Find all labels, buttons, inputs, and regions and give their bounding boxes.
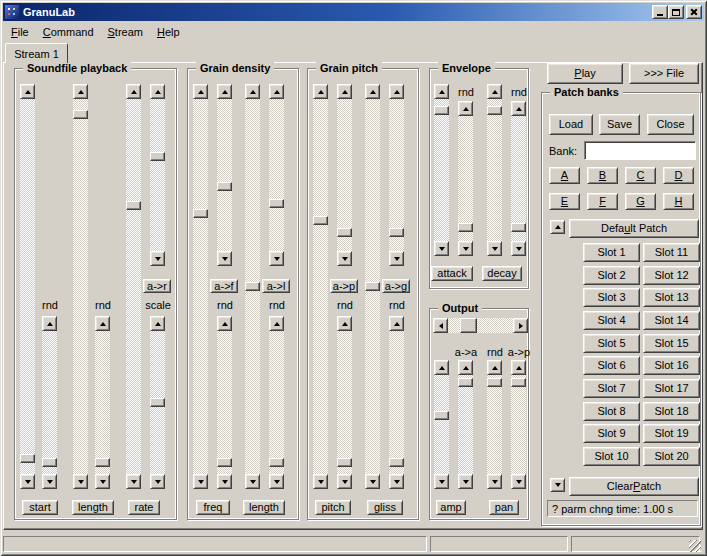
soundfile-length-slider-track[interactable]: [73, 99, 88, 474]
slot-1-button[interactable]: Slot 1: [583, 243, 640, 262]
density-freq-mod-button[interactable]: a->f: [210, 279, 238, 293]
envelope-attack-slider-thumb[interactable]: [434, 106, 449, 115]
envelope-attack-button[interactable]: attack: [431, 266, 473, 281]
slot-7-button[interactable]: Slot 7: [583, 379, 640, 398]
density-freq-mod-slider-up-button[interactable]: [217, 84, 232, 99]
pitch-gliss-slider-up-button[interactable]: [365, 84, 380, 99]
load-button[interactable]: Load: [549, 114, 593, 135]
density-freq-mod-slider-thumb[interactable]: [217, 182, 232, 191]
density-length-slider-down-button[interactable]: [245, 474, 260, 489]
pitch-gliss-mod-slider-down-button[interactable]: [389, 251, 404, 266]
output-amp-button[interactable]: amp: [436, 500, 466, 515]
pitch-pitch-rnd-slider-down-button[interactable]: [337, 474, 352, 489]
soundfile-length-slider-thumb[interactable]: [73, 110, 88, 119]
slot-4-button[interactable]: Slot 4: [583, 311, 640, 330]
soundfile-start-slider-up-button[interactable]: [20, 84, 35, 99]
density-length-rnd-slider-thumb[interactable]: [269, 458, 284, 467]
clear-patch-button[interactable]: Clear Patch: [569, 477, 699, 496]
envelope-decay-slider-track[interactable]: [487, 99, 502, 241]
bank-f-button[interactable]: F: [587, 193, 618, 210]
slot-13-button[interactable]: Slot 13: [643, 288, 700, 307]
soundfile-start-rnd-slider-up-button[interactable]: [42, 316, 57, 331]
soundfile-rate-mod-button[interactable]: a->r: [143, 279, 171, 293]
density-length-button[interactable]: length: [243, 500, 285, 515]
soundfile-start-rnd-slider-down-button[interactable]: [42, 474, 57, 489]
output-rnd-slider-track[interactable]: [487, 375, 502, 474]
envelope-attack-rnd-slider-up-button[interactable]: [458, 101, 473, 116]
pitch-pitch-mod-slider-down-button[interactable]: [337, 251, 352, 266]
slot-14-button[interactable]: Slot 14: [643, 311, 700, 330]
soundfile-rate-mod-slider-track[interactable]: [150, 99, 165, 251]
soundfile-length-rnd-slider-down-button[interactable]: [95, 474, 110, 489]
density-length-rnd-slider-down-button[interactable]: [269, 474, 284, 489]
output-pan-mod-slider-down-button[interactable]: [511, 474, 526, 489]
slot-6-button[interactable]: Slot 6: [583, 356, 640, 375]
density-length-mod-button[interactable]: a->l: [262, 279, 290, 293]
pitch-gliss-mod-button[interactable]: a->g: [382, 279, 410, 293]
file-button[interactable]: >>> File: [629, 63, 699, 84]
slot-3-button[interactable]: Slot 3: [583, 288, 640, 307]
slot-12-button[interactable]: Slot 12: [643, 266, 700, 285]
resize-grip[interactable]: [689, 540, 701, 552]
soundfile-length-button[interactable]: length: [72, 500, 114, 515]
output-rnd-slider-up-button[interactable]: [487, 360, 502, 375]
slot-15-button[interactable]: Slot 15: [643, 334, 700, 353]
bank-a-button[interactable]: A: [549, 167, 580, 184]
slot-5-button[interactable]: Slot 5: [583, 334, 640, 353]
slot-18-button[interactable]: Slot 18: [643, 402, 700, 421]
envelope-decay-button[interactable]: decay: [482, 266, 522, 281]
pitch-pitch-rnd-slider-up-button[interactable]: [337, 316, 352, 331]
envelope-attack-slider-track[interactable]: [434, 99, 449, 241]
patch-list-up-button[interactable]: [550, 220, 565, 234]
bank-b-button[interactable]: B: [587, 167, 618, 184]
soundfile-start-rnd-slider-track[interactable]: [42, 331, 57, 474]
output-hslider-track[interactable]: [448, 318, 513, 333]
pitch-pitch-button[interactable]: pitch: [315, 500, 351, 515]
tab-stream-1[interactable]: Stream 1: [5, 43, 68, 63]
slot-20-button[interactable]: Slot 20: [643, 447, 700, 466]
output-pan-mod-slider-up-button[interactable]: [511, 360, 526, 375]
pitch-pitch-slider-thumb[interactable]: [313, 216, 328, 225]
slot-11-button[interactable]: Slot 11: [643, 243, 700, 262]
output-amp-mod-slider-thumb[interactable]: [458, 378, 473, 387]
envelope-decay-slider-thumb[interactable]: [487, 106, 502, 115]
density-freq-slider-track[interactable]: [193, 99, 208, 474]
soundfile-length-slider-up-button[interactable]: [73, 84, 88, 99]
output-amp-mod-slider-down-button[interactable]: [458, 474, 473, 489]
envelope-attack-rnd-slider-down-button[interactable]: [458, 241, 473, 256]
slot-8-button[interactable]: Slot 8: [583, 402, 640, 421]
output-amp-mod-slider-track[interactable]: [458, 375, 473, 474]
soundfile-start-button[interactable]: start: [22, 500, 58, 515]
output-pan-mod-slider-thumb[interactable]: [511, 378, 526, 387]
pitch-pitch-slider-up-button[interactable]: [313, 84, 328, 99]
output-hslider-left-button[interactable]: [433, 318, 448, 333]
output-amp-slider-thumb[interactable]: [434, 411, 449, 420]
play-button[interactable]: Play: [547, 63, 623, 84]
soundfile-rate-scale-slider-down-button[interactable]: [150, 474, 165, 489]
pitch-gliss-button[interactable]: gliss: [367, 500, 403, 515]
density-length-rnd-slider-track[interactable]: [269, 331, 284, 474]
soundfile-length-slider-down-button[interactable]: [73, 474, 88, 489]
soundfile-rate-slider-up-button[interactable]: [126, 84, 141, 99]
pitch-gliss-slider-down-button[interactable]: [365, 474, 380, 489]
slot-2-button[interactable]: Slot 2: [583, 266, 640, 285]
density-length-mod-slider-track[interactable]: [269, 99, 284, 251]
output-rnd-slider-down-button[interactable]: [487, 474, 502, 489]
soundfile-rate-scale-slider-up-button[interactable]: [150, 316, 165, 331]
output-amp-slider-up-button[interactable]: [434, 360, 449, 375]
slot-10-button[interactable]: Slot 10: [583, 447, 640, 466]
pitch-pitch-rnd-slider-track[interactable]: [337, 331, 352, 474]
density-freq-rnd-slider-thumb[interactable]: [217, 458, 232, 467]
density-length-rnd-slider-up-button[interactable]: [269, 316, 284, 331]
bank-h-button[interactable]: H: [663, 193, 694, 210]
density-length-mod-slider-thumb[interactable]: [269, 199, 284, 208]
save-button[interactable]: Save: [599, 114, 640, 135]
envelope-decay-rnd-slider-thumb[interactable]: [511, 223, 526, 232]
output-amp-mod-slider-up-button[interactable]: [458, 360, 473, 375]
pitch-pitch-slider-track[interactable]: [313, 99, 328, 474]
slot-17-button[interactable]: Slot 17: [643, 379, 700, 398]
slot-16-button[interactable]: Slot 16: [643, 356, 700, 375]
envelope-decay-slider-down-button[interactable]: [487, 241, 502, 256]
bank-input[interactable]: [584, 141, 696, 160]
envelope-attack-rnd-slider-thumb[interactable]: [458, 223, 473, 232]
